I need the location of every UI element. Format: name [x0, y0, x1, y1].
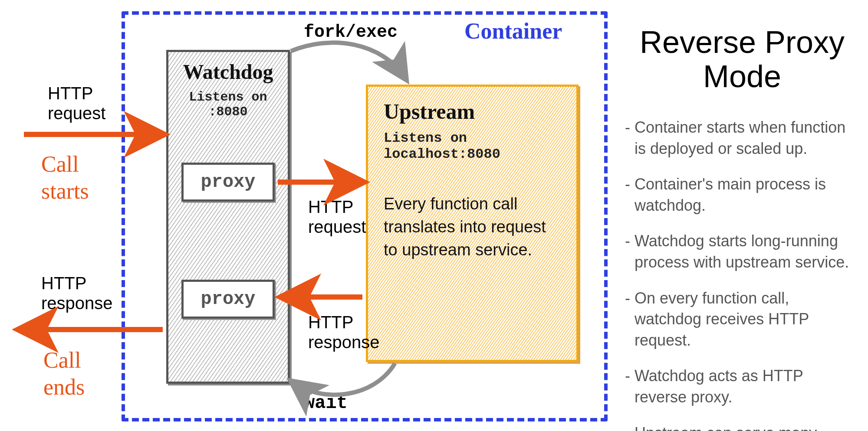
main-title: Reverse Proxy Mode: [621, 25, 864, 94]
watchdog-listens: Listens on :8080: [168, 90, 288, 119]
label-fork-exec: fork/exec: [304, 23, 398, 42]
bullet-0: -Container starts when function is deplo…: [625, 117, 859, 159]
label-call-starts: Call starts: [41, 151, 89, 205]
upstream-box: Upstream Listens on localhost:8080 Every…: [366, 85, 579, 362]
bullets: -Container starts when function is deplo…: [625, 117, 859, 431]
bullet-2: -Watchdog starts long-running process wi…: [625, 231, 859, 273]
label-wait: wait: [304, 393, 348, 414]
proxy-box-response: proxy: [181, 280, 275, 319]
upstream-title: Upstream: [384, 99, 563, 124]
diagram-canvas: Container Watchdog Listens on :8080 prox…: [0, 0, 868, 431]
label-http-request-in: HTTP request: [48, 83, 105, 123]
upstream-body: Every function call translates into requ…: [384, 193, 563, 262]
container-label: Container: [464, 18, 562, 44]
bullet-4: -Watchdog acts as HTTP reverse proxy.: [625, 366, 859, 408]
proxy-box-request: proxy: [181, 163, 275, 202]
bullet-3: -On every function call, watchdog receiv…: [625, 288, 859, 351]
label-call-ends: Call ends: [43, 347, 85, 401]
bullet-5: -Upstream can serve many (potentially co…: [625, 423, 859, 431]
label-http-response-out: HTTP response: [41, 273, 113, 313]
upstream-listens: Listens on localhost:8080: [384, 130, 563, 162]
watchdog-title: Watchdog: [168, 60, 288, 84]
label-http-request-mid: HTTP request: [308, 197, 366, 237]
bullet-1: -Container's main process is watchdog.: [625, 174, 859, 216]
watchdog-box: Watchdog Listens on :8080: [166, 50, 290, 384]
label-http-response-mid: HTTP response: [308, 312, 380, 352]
